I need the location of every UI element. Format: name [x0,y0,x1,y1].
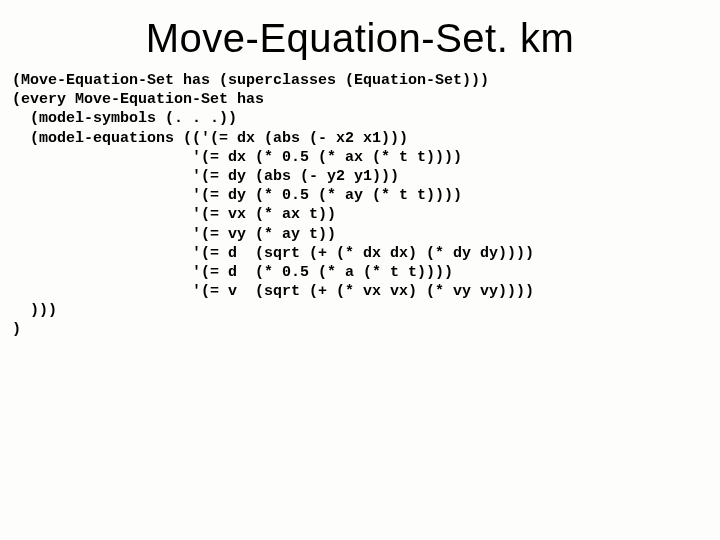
page-title: Move-Equation-Set. km [12,16,708,61]
code-line: '(= v (sqrt (+ (* vx vx) (* vy vy)))) [12,282,708,301]
slide: Move-Equation-Set. km (Move-Equation-Set… [0,0,720,540]
code-line: (Move-Equation-Set has (superclasses (Eq… [12,71,708,90]
code-line: '(= vy (* ay t)) [12,225,708,244]
code-line: '(= d (* 0.5 (* a (* t t)))) [12,263,708,282]
code-line: ))) [12,301,708,320]
code-line: (model-symbols (. . .)) [12,109,708,128]
code-line: '(= dx (* 0.5 (* ax (* t t)))) [12,148,708,167]
code-line: (every Move-Equation-Set has [12,90,708,109]
code-line: (model-equations (('(= dx (abs (- x2 x1)… [12,129,708,148]
code-line: '(= vx (* ax t)) [12,205,708,224]
code-line: '(= dy (* 0.5 (* ay (* t t)))) [12,186,708,205]
code-line: '(= dy (abs (- y2 y1))) [12,167,708,186]
code-line: ) [12,320,708,339]
code-block: (Move-Equation-Set has (superclasses (Eq… [12,71,708,340]
code-line: '(= d (sqrt (+ (* dx dx) (* dy dy)))) [12,244,708,263]
